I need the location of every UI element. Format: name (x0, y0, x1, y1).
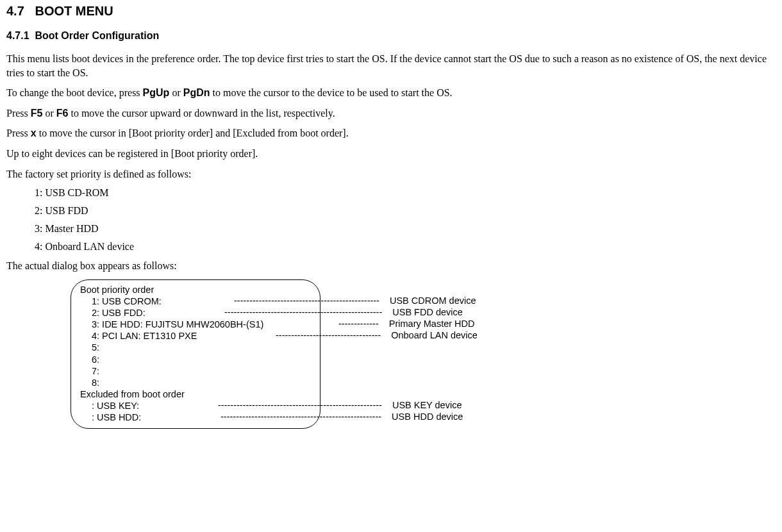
section-heading: 4.7 BOOT MENU (6, 4, 776, 19)
factory-priority-list: 1: USB CD-ROM 2: USB FDD 3: Master HDD 4… (35, 187, 776, 253)
dialog-row: 8: (80, 377, 311, 388)
callout-label: USB FDD device (392, 306, 463, 318)
paragraph-intro: This menu lists boot devices in the pref… (6, 52, 776, 79)
text-fragment: or (169, 87, 183, 98)
spacer (320, 353, 478, 364)
callout-row: ---------------------------------- Onboa… (320, 329, 478, 341)
text-fragment: to move the cursor upward or downward in… (68, 108, 335, 119)
list-item: 1: USB CD-ROM (35, 187, 776, 199)
callout-label: Primary Master HDD (389, 318, 475, 329)
dialog-row: 5: (80, 342, 311, 353)
callout-label: USB KEY device (392, 399, 462, 411)
list-item: 2: USB FDD (35, 205, 776, 217)
section-number: 4.7 (6, 4, 24, 18)
keycap-f5: F5 (31, 108, 43, 119)
leader-line: ------------- (338, 318, 379, 329)
keycap-x: x (31, 128, 37, 138)
callout-column: ----------------------------------------… (320, 283, 478, 422)
keycap-pgup: PgUp (143, 87, 170, 98)
text-fragment: To change the boot device, press (6, 87, 143, 98)
dialog-row: 3: IDE HDD: FUJITSU MHW2060BH-(S1) (80, 319, 311, 330)
callout-label: USB HDD device (392, 411, 463, 422)
paragraph-f5-f6: Press F5 or F6 to move the cursor upward… (6, 106, 776, 121)
spacer (320, 283, 478, 295)
paragraph-pgup-pgdn: To change the boot device, press PgUp or… (6, 86, 776, 100)
subsection-heading: 4.7.1 Boot Order Configuration (6, 30, 776, 42)
dialog-illustration: Boot priority order 1: USB CDROM: 2: USB… (71, 279, 776, 429)
dialog-header-priority: Boot priority order (80, 284, 311, 295)
text-fragment: to move the cursor to the device to be u… (210, 87, 452, 98)
dialog-row: 7: (80, 365, 311, 377)
keycap-pgdn: PgDn (183, 87, 210, 98)
callout-row: ----------------------------------------… (320, 295, 478, 306)
callout-row: ------------- Primary Master HDD (320, 318, 478, 329)
leader-line: ----------------------------------------… (224, 306, 382, 318)
list-item: 3: Master HDD (35, 223, 776, 235)
subsection-title: Boot Order Configuration (35, 30, 159, 41)
leader-line: ----------------------------------------… (220, 411, 381, 422)
dialog-header-excluded: Excluded from boot order (80, 388, 311, 400)
spacer (320, 388, 478, 399)
paragraph-x: Press x to move the cursor in [Boot prio… (6, 126, 776, 140)
spacer (320, 365, 478, 376)
subsection-number: 4.7.1 (6, 30, 29, 41)
section-title: BOOT MENU (35, 4, 113, 18)
leader-line: ----------------------------------------… (234, 295, 379, 306)
text-fragment: Press (6, 108, 31, 119)
spacer (320, 376, 478, 388)
paragraph-limit: Up to eight devices can be registered in… (6, 147, 776, 161)
leader-line: ---------------------------------- (276, 329, 381, 341)
dialog-row: 6: (80, 354, 311, 365)
list-item: 4: Onboard LAN device (35, 241, 776, 253)
text-fragment: Press (6, 128, 31, 138)
paragraph-dialog-intro: The actual dialog box appears as follows… (6, 259, 776, 273)
text-fragment: to move the cursor in [Boot priority ord… (37, 128, 349, 138)
keycap-f6: F6 (56, 108, 69, 119)
leader-line: ----------------------------------------… (218, 399, 382, 411)
callout-row: ----------------------------------------… (320, 399, 478, 411)
callout-row: ----------------------------------------… (320, 411, 478, 422)
callout-label: Onboard LAN device (391, 329, 478, 341)
callout-row: ----------------------------------------… (320, 306, 478, 318)
spacer (320, 341, 478, 353)
text-fragment: or (42, 108, 56, 119)
paragraph-factory-intro: The factory set priority is defined as f… (6, 167, 776, 181)
callout-label: USB CDROM device (390, 295, 476, 306)
